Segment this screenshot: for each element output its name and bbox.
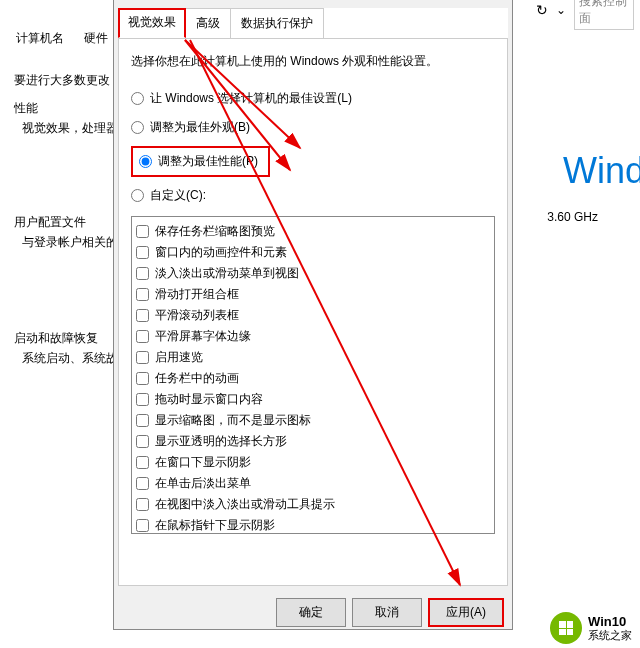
check-item[interactable]: 平滑滚动列表框 (136, 305, 490, 326)
check-item[interactable]: 平滑屏幕字体边缘 (136, 326, 490, 347)
bg-tab-computer[interactable]: 计算机名 (8, 26, 72, 51)
checkbox-input[interactable] (136, 456, 149, 469)
checkbox-label: 保存任务栏缩略图预览 (155, 223, 275, 240)
checkbox-label: 滑动打开组合框 (155, 286, 239, 303)
bg-heading: 要进行大多数更改 (14, 72, 110, 89)
tab-visual-effects[interactable]: 视觉效果 (118, 8, 186, 38)
bg-start-desc: 系统启动、系统故 (22, 350, 118, 367)
checkbox-label: 在鼠标指针下显示阴影 (155, 517, 275, 534)
bg-user-label: 用户配置文件 (14, 214, 86, 231)
radio-label-0: 让 Windows 选择计算机的最佳设置(L) (150, 90, 352, 107)
checkbox-input[interactable] (136, 498, 149, 511)
checkbox-input[interactable] (136, 246, 149, 259)
check-item[interactable]: 窗口内的动画控件和元素 (136, 242, 490, 263)
check-item[interactable]: 在视图中淡入淡出或滑动工具提示 (136, 494, 490, 515)
radio-label-3: 自定义(C): (150, 187, 206, 204)
watermark-logo (550, 612, 582, 644)
tab-content: 选择你想在此计算机上使用的 Windows 外观和性能设置。 让 Windows… (118, 38, 508, 586)
radio-label-2: 调整为最佳性能(P) (158, 153, 258, 170)
radio-best-appearance[interactable]: 调整为最佳外观(B) (131, 117, 495, 138)
radio-input-1[interactable] (131, 121, 144, 134)
checkbox-input[interactable] (136, 372, 149, 385)
checkbox-input[interactable] (136, 351, 149, 364)
refresh-icon[interactable]: ↻ (536, 2, 548, 18)
checkbox-label: 在单击后淡出菜单 (155, 475, 251, 492)
dialog-buttons: 确定 取消 应用(A) (114, 590, 512, 635)
ok-button[interactable]: 确定 (276, 598, 346, 627)
check-item[interactable]: 启用速览 (136, 347, 490, 368)
checkbox-label: 平滑屏幕字体边缘 (155, 328, 251, 345)
checkbox-input[interactable] (136, 267, 149, 280)
radio-input-2[interactable] (139, 155, 152, 168)
performance-options-dialog: 视觉效果 高级 数据执行保护 选择你想在此计算机上使用的 Windows 外观和… (113, 0, 513, 630)
bg-tab-hardware[interactable]: 硬件 (76, 26, 116, 51)
tab-dep[interactable]: 数据执行保护 (230, 8, 324, 38)
checkbox-label: 平滑滚动列表框 (155, 307, 239, 324)
radio-input-3[interactable] (131, 189, 144, 202)
checkbox-label: 在窗口下显示阴影 (155, 454, 251, 471)
checkbox-input[interactable] (136, 477, 149, 490)
checkbox-input[interactable] (136, 393, 149, 406)
apply-button[interactable]: 应用(A) (428, 598, 504, 627)
dialog-tabs: 视觉效果 高级 数据执行保护 (118, 8, 508, 38)
checkbox-input[interactable] (136, 330, 149, 343)
cancel-button[interactable]: 取消 (352, 598, 422, 627)
checkbox-input[interactable] (136, 519, 149, 532)
bg-perf-label: 性能 (14, 100, 38, 117)
watermark-text: Win10 系统之家 (588, 614, 632, 643)
check-item[interactable]: 显示亚透明的选择长方形 (136, 431, 490, 452)
checkbox-input[interactable] (136, 435, 149, 448)
radio-label-1: 调整为最佳外观(B) (150, 119, 250, 136)
check-item[interactable]: 滑动打开组合框 (136, 284, 490, 305)
radio-best-performance[interactable]: 调整为最佳性能(P) (139, 151, 258, 172)
radio-let-windows[interactable]: 让 Windows 选择计算机的最佳设置(L) (131, 88, 495, 109)
windows-logo-text: Wind (563, 150, 640, 192)
radio-group: 让 Windows 选择计算机的最佳设置(L) 调整为最佳外观(B) 调整为最佳… (131, 88, 495, 206)
checkbox-input[interactable] (136, 225, 149, 238)
checkbox-label: 淡入淡出或滑动菜单到视图 (155, 265, 299, 282)
checkbox-input[interactable] (136, 309, 149, 322)
radio-custom[interactable]: 自定义(C): (131, 185, 495, 206)
checkbox-label: 拖动时显示窗口内容 (155, 391, 263, 408)
check-item[interactable]: 任务栏中的动画 (136, 368, 490, 389)
dropdown-icon[interactable]: ⌄ (556, 3, 566, 17)
checkbox-input[interactable] (136, 288, 149, 301)
effects-checklist[interactable]: 保存任务栏缩略图预览窗口内的动画控件和元素淡入淡出或滑动菜单到视图滑动打开组合框… (131, 216, 495, 534)
bg-user-desc: 与登录帐户相关的 (22, 234, 118, 251)
bg-perf-desc: 视觉效果，处理器 (22, 120, 118, 137)
tab-advanced[interactable]: 高级 (185, 8, 231, 38)
radio-input-0[interactable] (131, 92, 144, 105)
checkbox-label: 启用速览 (155, 349, 203, 366)
check-item[interactable]: 显示缩略图，而不是显示图标 (136, 410, 490, 431)
checkbox-input[interactable] (136, 414, 149, 427)
check-item[interactable]: 在单击后淡出菜单 (136, 473, 490, 494)
checkbox-label: 显示缩略图，而不是显示图标 (155, 412, 311, 429)
check-item[interactable]: 淡入淡出或滑动菜单到视图 (136, 263, 490, 284)
dialog-title-bar (114, 0, 512, 4)
bg-start-label: 启动和故障恢复 (14, 330, 98, 347)
search-input[interactable]: 搜索控制面 (574, 0, 634, 30)
check-item[interactable]: 在鼠标指针下显示阴影 (136, 515, 490, 534)
checkbox-label: 在视图中淡入淡出或滑动工具提示 (155, 496, 335, 513)
checkbox-label: 任务栏中的动画 (155, 370, 239, 387)
checkbox-label: 窗口内的动画控件和元素 (155, 244, 287, 261)
check-item[interactable]: 保存任务栏缩略图预览 (136, 221, 490, 242)
checkbox-label: 显示亚透明的选择长方形 (155, 433, 287, 450)
check-item[interactable]: 在窗口下显示阴影 (136, 452, 490, 473)
description-text: 选择你想在此计算机上使用的 Windows 外观和性能设置。 (131, 53, 495, 70)
watermark: Win10 系统之家 (550, 612, 632, 644)
ghz-label: 3.60 GHz (547, 210, 598, 224)
check-item[interactable]: 拖动时显示窗口内容 (136, 389, 490, 410)
